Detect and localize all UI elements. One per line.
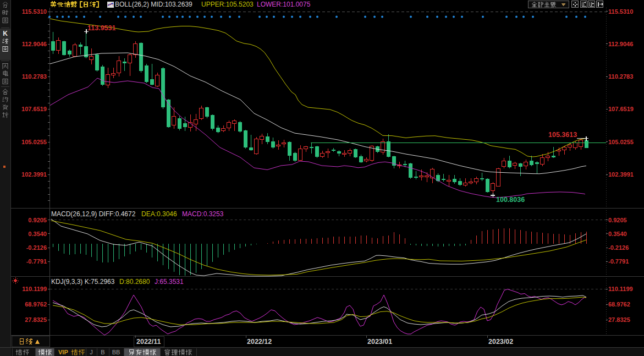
- svg-text:2023/01: 2023/01: [367, 338, 392, 346]
- svg-text:110.1199: 110.1199: [22, 286, 47, 292]
- svg-text:LOWER:101.0075: LOWER:101.0075: [257, 1, 311, 8]
- svg-text:-0.7791: -0.7791: [26, 258, 47, 265]
- svg-text:110.2783: 110.2783: [22, 73, 47, 80]
- svg-text:107.6519: 107.6519: [21, 106, 47, 112]
- svg-text:J: J: [90, 349, 93, 355]
- svg-text:112.9046: 112.9046: [22, 41, 47, 47]
- svg-text:2022/12: 2022/12: [247, 338, 272, 346]
- svg-text:MACD(26,12,9) DIFF:0.4672: MACD(26,12,9) DIFF:0.4672: [51, 210, 136, 218]
- svg-text:105.0255: 105.0255: [608, 139, 634, 145]
- svg-text:0.9205: 0.9205: [28, 217, 47, 223]
- svg-text:BOLL(26,2) MID:103.2639: BOLL(26,2) MID:103.2639: [115, 1, 192, 8]
- svg-text:27.8325: 27.8325: [608, 316, 630, 323]
- svg-text:0.9205: 0.9205: [608, 217, 627, 223]
- svg-text:MACD:0.3253: MACD:0.3253: [182, 210, 224, 218]
- svg-text:102.3991: 102.3991: [608, 171, 634, 178]
- svg-text:105.0255: 105.0255: [21, 139, 47, 145]
- svg-text:27.8325: 27.8325: [25, 316, 47, 323]
- svg-text:110.2783: 110.2783: [608, 73, 633, 80]
- svg-text:-0.2126: -0.2126: [26, 244, 47, 251]
- svg-text:-0.7791: -0.7791: [608, 258, 629, 265]
- svg-text:68.9762: 68.9762: [25, 301, 47, 308]
- svg-text:-0.2126: -0.2126: [608, 244, 629, 251]
- svg-text:VIP: VIP: [58, 349, 68, 355]
- svg-text:KDJ(9,3,3) K:75.2963: KDJ(9,3,3) K:75.2963: [51, 278, 115, 286]
- svg-text:2022/11: 2022/11: [136, 338, 161, 346]
- svg-text:68.9762: 68.9762: [608, 301, 630, 308]
- svg-text:100.8036: 100.8036: [496, 196, 525, 204]
- svg-text:B: B: [101, 349, 104, 355]
- svg-text:0.3540: 0.3540: [28, 231, 47, 237]
- svg-text:J:65.3531: J:65.3531: [155, 278, 184, 286]
- svg-text:2023/02: 2023/02: [488, 338, 513, 346]
- svg-text:102.3991: 102.3991: [21, 171, 47, 178]
- svg-text:115.5310: 115.5310: [608, 8, 633, 15]
- svg-text:D:80.2680: D:80.2680: [119, 278, 150, 286]
- svg-text:K: K: [3, 30, 8, 37]
- svg-text:112.9046: 112.9046: [608, 41, 633, 47]
- svg-text:0.3540: 0.3540: [608, 231, 627, 237]
- svg-text:DEA:0.3046: DEA:0.3046: [141, 210, 177, 218]
- svg-text:113.9531: 113.9531: [87, 24, 115, 32]
- svg-text:110.1199: 110.1199: [608, 286, 633, 292]
- svg-text:UPPER:105.5203: UPPER:105.5203: [201, 1, 254, 8]
- svg-text:BB: BB: [112, 349, 120, 355]
- svg-text:107.6519: 107.6519: [608, 106, 634, 112]
- svg-text:105.3613: 105.3613: [548, 131, 577, 139]
- svg-text:115.5310: 115.5310: [22, 8, 47, 15]
